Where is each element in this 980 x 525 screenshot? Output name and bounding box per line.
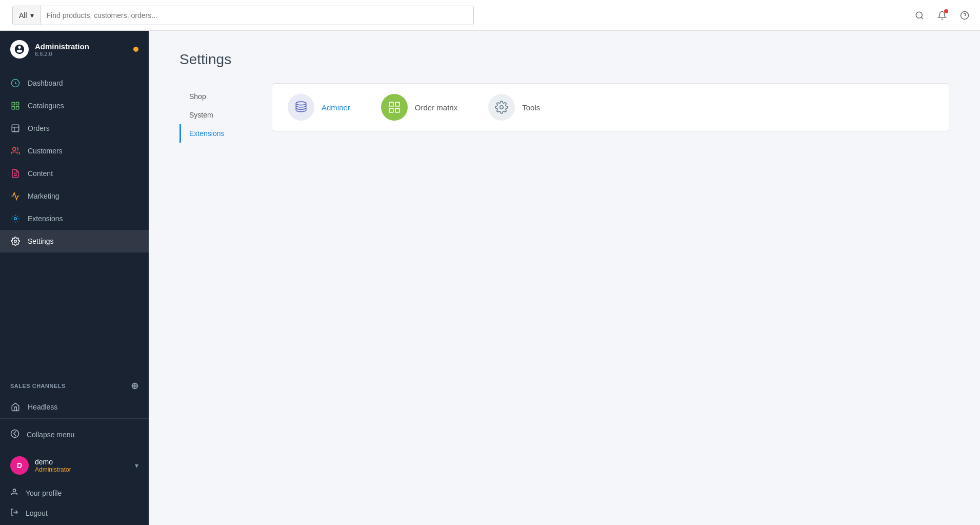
search-bar: All ▾: [12, 6, 474, 25]
svg-rect-8: [12, 107, 14, 109]
collapse-menu-button[interactable]: Collapse menu: [0, 423, 149, 446]
svg-point-23: [500, 106, 504, 109]
sidebar-item-label: Content: [28, 169, 53, 178]
adminer-label: Adminer: [322, 103, 350, 112]
sidebar-item-extensions[interactable]: Extensions: [0, 207, 149, 230]
svg-rect-5: [12, 102, 14, 105]
sidebar-bottom: Collapse menu: [0, 418, 149, 450]
svg-point-18: [296, 102, 306, 105]
user-section[interactable]: D demo Administrator ▾: [0, 450, 149, 481]
content-icon: [10, 168, 21, 179]
svg-point-13: [14, 218, 17, 220]
sidebar-item-settings[interactable]: Settings: [0, 230, 149, 252]
user-menu: Your profile Logout: [0, 481, 149, 525]
settings-layout: Shop System Extensions: [179, 83, 949, 143]
sidebar: Administration 6.6.2.0 Dashboard: [0, 31, 149, 525]
sidebar-nav: Dashboard Catalogues Orders: [0, 68, 149, 372]
sidebar-item-label: Headless: [28, 403, 57, 411]
svg-rect-9: [12, 125, 19, 132]
svg-line-1: [921, 17, 923, 18]
extensions-icon: [10, 213, 21, 224]
sidebar-item-orders[interactable]: Orders: [0, 117, 149, 140]
extension-item-order-matrix[interactable]: Order matrix: [381, 94, 457, 121]
sales-channels-section: Sales Channels ⊕: [0, 372, 149, 396]
extension-item-tools[interactable]: Tools: [488, 94, 540, 121]
sidebar-brand: Administration 6.6.2.0: [0, 31, 149, 68]
svg-rect-6: [16, 102, 19, 105]
search-icon[interactable]: [912, 8, 927, 23]
sidebar-item-label: Customers: [28, 147, 63, 155]
sidebar-item-catalogues[interactable]: Catalogues: [0, 94, 149, 117]
sidebar-item-marketing[interactable]: Marketing: [0, 185, 149, 207]
user-menu-label: Logout: [26, 509, 48, 517]
settings-nav: Shop System Extensions: [179, 83, 272, 143]
help-icon[interactable]: [957, 8, 972, 23]
sidebar-item-headless[interactable]: Headless: [0, 396, 149, 418]
chevron-down-icon: ▾: [30, 11, 34, 20]
customers-icon: [10, 146, 21, 156]
user-menu-label: Your profile: [26, 489, 62, 497]
search-input[interactable]: [41, 6, 473, 25]
search-filter-label: All: [19, 11, 27, 20]
brand-version: 6.6.2.0: [35, 51, 89, 57]
settings-nav-system[interactable]: System: [179, 106, 272, 124]
user-chevron-icon: ▾: [135, 461, 138, 470]
svg-rect-22: [395, 108, 399, 112]
sidebar-item-label: Catalogues: [28, 102, 64, 110]
svg-rect-19: [389, 102, 393, 106]
svg-rect-7: [16, 107, 19, 109]
catalogues-icon: [10, 101, 21, 111]
topbar-actions: [912, 8, 972, 23]
sidebar-item-label: Dashboard: [28, 79, 63, 87]
order-matrix-icon: [381, 94, 408, 121]
settings-nav-shop[interactable]: Shop: [179, 87, 272, 106]
settings-icon: [10, 236, 21, 246]
user-menu-item-profile[interactable]: Your profile: [0, 483, 149, 503]
svg-point-15: [11, 430, 19, 438]
sidebar-item-customers[interactable]: Customers: [0, 140, 149, 162]
svg-point-14: [14, 240, 17, 243]
settings-nav-extensions[interactable]: Extensions: [179, 124, 272, 143]
dashboard-icon: [10, 78, 21, 88]
sidebar-item-dashboard[interactable]: Dashboard: [0, 72, 149, 94]
user-role: Administrator: [35, 466, 71, 473]
tools-label: Tools: [522, 103, 540, 112]
page-title: Settings: [179, 51, 949, 68]
brand-text: Administration 6.6.2.0: [35, 42, 89, 57]
user-avatar: D: [10, 456, 29, 475]
logout-icon: [10, 508, 18, 518]
headless-icon: [10, 402, 21, 412]
app-layout: Administration 6.6.2.0 Dashboard: [0, 31, 980, 525]
brand-name: Administration: [35, 42, 89, 51]
add-sales-channel-icon[interactable]: ⊕: [131, 380, 139, 392]
notification-icon[interactable]: [935, 8, 949, 23]
sidebar-item-label: Extensions: [28, 215, 63, 223]
brand-logo: [10, 40, 29, 59]
sidebar-item-content[interactable]: Content: [0, 162, 149, 185]
svg-rect-20: [395, 102, 399, 106]
svg-point-16: [13, 489, 15, 492]
svg-point-10: [13, 147, 16, 150]
sales-channels-label: Sales Channels: [10, 383, 66, 389]
sidebar-item-label: Orders: [28, 124, 50, 132]
extensions-card: Adminer Order matrix: [272, 83, 949, 131]
brand-status-indicator: [133, 47, 138, 52]
notification-badge: [944, 9, 948, 13]
orders-icon: [10, 123, 21, 133]
marketing-icon: [10, 191, 21, 201]
extension-item-adminer[interactable]: Adminer: [288, 94, 350, 121]
main-content: Settings Shop System Extensions: [149, 31, 980, 525]
user-info: demo Administrator: [35, 458, 71, 473]
collapse-menu-label: Collapse menu: [27, 431, 74, 439]
svg-rect-21: [389, 108, 393, 112]
sidebar-item-label: Marketing: [28, 192, 59, 200]
order-matrix-label: Order matrix: [415, 103, 457, 112]
profile-icon: [10, 488, 18, 498]
sidebar-item-label: Settings: [28, 237, 54, 245]
topbar: All ▾: [0, 0, 980, 31]
svg-point-0: [916, 12, 922, 18]
tools-icon: [488, 94, 515, 121]
search-filter-button[interactable]: All ▾: [13, 6, 41, 25]
user-menu-item-logout[interactable]: Logout: [0, 503, 149, 523]
collapse-icon: [10, 429, 19, 440]
